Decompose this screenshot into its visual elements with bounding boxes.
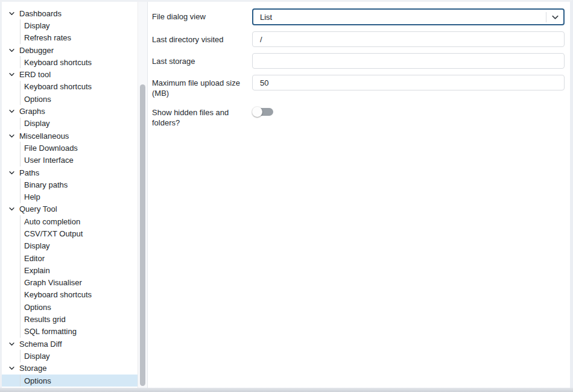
chevron-down-icon[interactable] (8, 169, 15, 176)
field-label: Maximum file upload size (MB) (152, 75, 252, 98)
tree-leaf-help[interactable]: Help (2, 191, 138, 203)
chevron-down-icon[interactable] (8, 365, 15, 371)
last-directory-visited-input[interactable] (252, 31, 565, 47)
tree-leaf-label: CSV/TXT Output (24, 229, 83, 238)
preferences-form: File dialog view List Last directory vis… (148, 2, 570, 388)
last-storage-input[interactable] (252, 53, 565, 69)
tree-leaf-label: Display (24, 21, 50, 30)
tree-group-erd-tool[interactable]: ERD tool (2, 68, 138, 80)
chevron-down-icon[interactable] (8, 206, 15, 212)
tree-leaf-keyboard-shortcuts[interactable]: Keyboard shortcuts (2, 56, 138, 68)
tree-group-label: Dashboards (19, 9, 62, 18)
tree-leaf-label: Keyboard shortcuts (24, 58, 92, 67)
tree-leaf-label: Keyboard shortcuts (24, 290, 92, 299)
tree-leaf-editor[interactable]: Editor (2, 252, 138, 264)
tree-leaf-display[interactable]: Display (2, 118, 138, 130)
tree-leaf-label: Display (24, 119, 50, 128)
tree-leaf-label: Display (24, 241, 50, 250)
tree-leaf-options[interactable]: Options (2, 93, 138, 105)
chevron-down-icon[interactable] (8, 108, 15, 115)
window-bottom-edge (0, 388, 573, 392)
tree-group-debugger[interactable]: Debugger (2, 44, 138, 56)
tree-group-label: Paths (19, 168, 39, 177)
tree-leaf-label: SQL formatting (24, 327, 77, 336)
chevron-down-icon[interactable] (8, 71, 15, 78)
field-label: Last directory visited (152, 31, 252, 45)
form-row: Show hidden files and folders? (152, 104, 565, 128)
tree-group-label: Graphs (19, 107, 45, 116)
field-label: Show hidden files and folders? (152, 104, 252, 128)
show-hidden-files-and-folders-toggle[interactable] (252, 106, 273, 117)
tree-leaf-display[interactable]: Display (2, 350, 138, 362)
form-row: File dialog view List (152, 8, 565, 25)
scrollbar-thumb[interactable] (140, 84, 145, 386)
form-row: Last directory visited (152, 31, 565, 47)
tree-leaf-keyboard-shortcuts[interactable]: Keyboard shortcuts (2, 81, 138, 93)
chevron-down-icon (551, 13, 560, 22)
tree-group-label: ERD tool (19, 70, 51, 79)
tree-leaf-label: Options (24, 95, 51, 104)
sidebar-scrollbar[interactable] (138, 2, 148, 388)
tree-group-label: Storage (19, 364, 47, 373)
tree-leaf-label: Editor (24, 254, 45, 263)
tree-leaf-binary-paths[interactable]: Binary paths (2, 179, 138, 191)
tree-leaf-label: Results grid (24, 315, 66, 324)
tree-leaf-options[interactable]: Options (2, 301, 138, 313)
tree-leaf-display[interactable]: Display (2, 240, 138, 252)
tree-leaf-auto-completion[interactable]: Auto completion (2, 215, 138, 227)
chevron-down-icon[interactable] (8, 10, 15, 17)
tree-group-storage[interactable]: Storage (2, 362, 138, 375)
tree-leaf-label: Binary paths (24, 180, 68, 189)
form-row: Last storage (152, 53, 565, 69)
tree-leaf-label: Graph Visualiser (24, 278, 82, 287)
tree-leaf-label: Refresh rates (24, 33, 71, 42)
preferences-panel: Dashboards Display Refresh rates Debugge… (0, 0, 573, 392)
field-label: File dialog view (152, 8, 252, 22)
chevron-down-icon[interactable] (8, 133, 15, 139)
file-dialog-view-select[interactable]: List (252, 8, 565, 25)
tree-leaf-display[interactable]: Display (2, 19, 138, 31)
maximum-file-upload-size-input[interactable] (252, 75, 565, 90)
field-label: Last storage (152, 53, 252, 66)
tree-leaf-user-interface[interactable]: User Interface (2, 154, 138, 166)
tree-leaf-refresh-rates[interactable]: Refresh rates (2, 32, 138, 44)
toggle-thumb (252, 107, 262, 117)
tree-leaf-label: User Interface (24, 156, 74, 165)
tree-group-query-tool[interactable]: Query Tool (2, 203, 138, 215)
select-value: List (260, 13, 546, 22)
select-separator (546, 12, 546, 22)
form-row: Maximum file upload size (MB) (152, 75, 565, 98)
tree-leaf-label: File Downloads (24, 144, 78, 153)
tree-leaf-sql-formatting[interactable]: SQL formatting (2, 326, 138, 338)
form-rows: File dialog view List Last directory vis… (152, 8, 565, 128)
tree-leaf-label: Options (24, 303, 51, 312)
preferences-sidebar: Dashboards Display Refresh rates Debugge… (2, 2, 148, 388)
chevron-down-icon[interactable] (8, 341, 15, 347)
tree-leaf-label: Display (24, 352, 50, 361)
tree-leaf-options[interactable]: Options (2, 375, 138, 387)
tree-group-label: Miscellaneous (19, 131, 69, 141)
chevron-down-icon[interactable] (8, 47, 15, 54)
tree-leaf-label: Keyboard shortcuts (24, 82, 92, 91)
tree-leaf-label: Options (24, 376, 51, 385)
tree-leaf-graph-visualiser[interactable]: Graph Visualiser (2, 277, 138, 289)
preferences-main: Dashboards Display Refresh rates Debugge… (0, 0, 573, 388)
tree-group-dashboards[interactable]: Dashboards (2, 7, 138, 19)
tree-group-label: Debugger (19, 46, 54, 55)
tree-group-graphs[interactable]: Graphs (2, 105, 138, 117)
tree-group-label: Query Tool (19, 204, 57, 213)
tree-group-paths[interactable]: Paths (2, 166, 138, 179)
tree-leaf-csv-txt-output[interactable]: CSV/TXT Output (2, 227, 138, 239)
tree-leaf-explain[interactable]: Explain (2, 264, 138, 276)
tree-group-schema-diff[interactable]: Schema Diff (2, 338, 138, 350)
tree-leaf-results-grid[interactable]: Results grid (2, 313, 138, 325)
tree-leaf-label: Help (24, 192, 40, 201)
tree-leaf-keyboard-shortcuts[interactable]: Keyboard shortcuts (2, 289, 138, 301)
tree-leaf-label: Explain (24, 266, 50, 275)
tree-leaf-file-downloads[interactable]: File Downloads (2, 142, 138, 154)
tree-group-label: Schema Diff (19, 340, 62, 349)
tree-group-miscellaneous[interactable]: Miscellaneous (2, 130, 138, 142)
tree-leaf-label: Auto completion (24, 217, 80, 226)
preferences-tree-list: Dashboards Display Refresh rates Debugge… (2, 2, 148, 387)
